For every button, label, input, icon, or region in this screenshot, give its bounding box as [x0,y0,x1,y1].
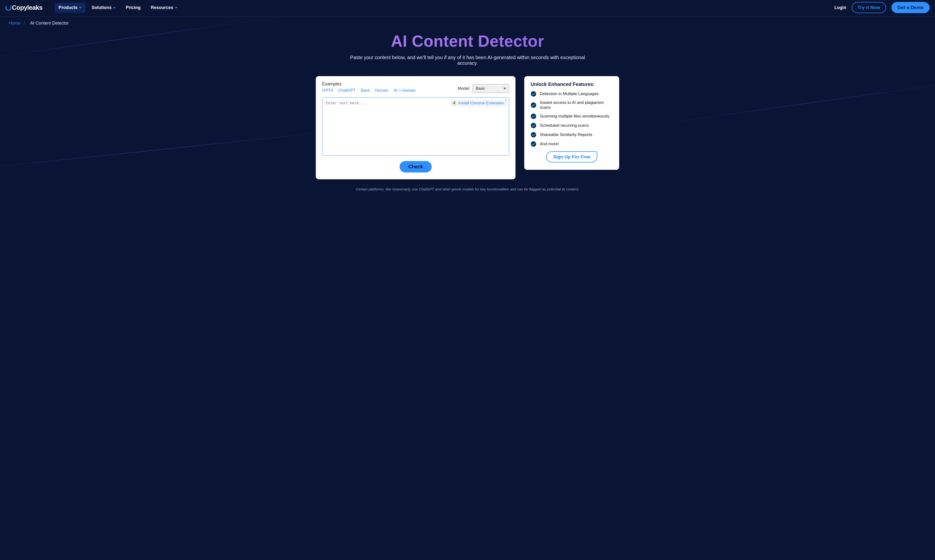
nav-item-resources[interactable]: Resources [147,3,181,13]
breadcrumb-current: AI Content Detector [30,21,69,26]
page-title: AI Content Detector [5,32,930,50]
hero: AI Content Detector Paste your content b… [0,26,935,68]
footnote: Certain platforms, like Grammarly, use C… [0,182,935,201]
brand-logo[interactable]: Copyleaks [5,4,43,11]
svg-point-0 [5,5,12,11]
features-card: Unlock Enhanced Features: Detection in M… [524,76,619,170]
example-ai-human[interactable]: AI + Human [394,88,416,93]
model-select[interactable]: Basic [473,84,509,93]
logo-mark-icon [5,5,12,11]
check-button[interactable]: Check [400,161,432,172]
page-subtitle: Paste your content below, and we'll tell… [341,55,594,66]
check-icon [531,141,536,147]
check-icon [531,102,536,108]
features-title: Unlock Enhanced Features: [531,82,613,87]
chevron-down-icon [113,7,116,9]
feature-item: Scheduled recurring scans [531,123,613,128]
breadcrumb: Home 〉 AI Content Detector [0,17,935,26]
login-link[interactable]: Login [835,5,846,10]
feature-item: Instant access to AI and plagiarism scan… [531,100,613,110]
example-human[interactable]: Human [375,88,388,93]
chevron-down-icon [79,7,82,9]
nav-item-solutions[interactable]: Solutions [88,3,120,13]
example-chatgpt[interactable]: ChatGPT [338,88,355,93]
check-icon [531,132,536,138]
get-demo-button[interactable]: Get a Demo [892,2,930,13]
feature-item: And more! [531,141,613,147]
nav-item-pricing[interactable]: Pricing [122,3,145,13]
model-select-value: Basic [476,86,485,91]
example-gpt4[interactable]: GPT4 [322,88,333,93]
example-bard[interactable]: Bard [361,88,370,93]
nav-item-products[interactable]: Products [55,3,85,13]
try-it-now-button[interactable]: Try it Now [852,2,886,13]
examples-label: Examples: [322,82,416,86]
feature-item: Scanning multiple files simultaneously [531,113,613,119]
feature-item: Shareable Similarity Reports [531,132,613,138]
breadcrumb-separator-icon: 〉 [23,21,28,26]
signup-button[interactable]: Sign Up For Free [546,151,597,163]
chrome-extension-label: Install Chrome Extension [458,101,504,106]
brand-name: Copyleaks [12,4,43,11]
chrome-extension-chip[interactable]: x Install Chrome Extension [450,99,507,107]
check-icon [531,123,536,128]
close-icon[interactable]: x [505,98,507,101]
nav-menu: Products Solutions Pricing Resources [55,3,181,13]
feature-item: Detection in Multiple Languages [531,91,613,97]
examples-list: GPT4 ChatGPT Bard Human AI + Human [322,88,416,93]
model-label: Model: [458,86,470,91]
chevron-down-icon [175,7,177,9]
chrome-icon [452,101,456,105]
breadcrumb-home[interactable]: Home [9,21,20,26]
features-list: Detection in Multiple Languages Instant … [531,91,613,147]
top-nav: Copyleaks Products Solutions Pricing Res… [0,0,935,17]
detector-card: Examples: GPT4 ChatGPT Bard Human AI + H… [316,76,515,179]
chevron-down-icon [503,88,506,89]
check-icon [531,113,536,119]
check-icon [531,91,536,97]
